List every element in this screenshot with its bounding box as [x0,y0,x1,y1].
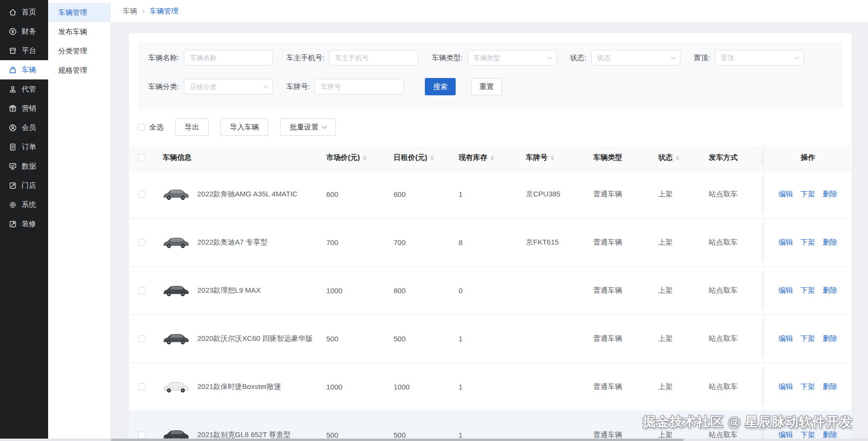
daily-price-cell: 700 [385,219,450,266]
action-delete[interactable]: 删除 [823,334,837,343]
order-icon [8,143,17,152]
action-edit[interactable]: 编辑 [779,190,793,199]
action-delete[interactable]: 删除 [823,238,837,247]
sidebar-item-platform[interactable]: 平台 [0,41,48,60]
sidebar-item-label: 代管 [22,85,36,94]
market-price-cell: 500 [318,315,385,363]
action-unlist[interactable]: 下架 [801,286,815,295]
field-label: 车辆名称: [148,53,179,63]
sidebar-item-decorate[interactable]: 装修 [0,214,48,233]
row-checkbox[interactable] [138,287,145,294]
action-delete[interactable]: 删除 [823,190,837,199]
input-field[interactable] [329,50,418,65]
submenu-item-3[interactable]: 规格管理 [48,61,110,80]
search-button[interactable]: 搜索 [425,78,456,95]
input-field[interactable] [184,50,273,65]
vehicle-name: 2021款保时捷Boxster敞篷 [197,382,281,391]
plate-cell: 京CPU385 [517,170,585,218]
home-icon [8,8,17,17]
action-unlist[interactable]: 下架 [801,382,815,391]
search-field-1-2: 车辆类型: [432,50,556,65]
row-checkbox[interactable] [138,191,145,198]
row-checkbox-cell [129,315,154,363]
sidebar-item-label: 订单 [22,143,36,152]
car-image [161,284,191,298]
select-field[interactable] [468,50,557,65]
column-label: 状态 [658,153,673,162]
input-field[interactable] [315,79,404,94]
select-field[interactable] [184,79,273,94]
horizontal-scrollbar-thumb[interactable] [111,439,684,441]
row-checkbox[interactable] [138,431,145,439]
sort-icon[interactable] [676,154,679,162]
row-checkbox[interactable] [138,239,145,246]
vehicle-info-cell: 2021款保时捷Boxster敞篷 [154,363,318,411]
field-label: 状态: [570,53,587,63]
horizontal-scrollbar[interactable] [0,439,868,441]
plate-cell [517,315,585,363]
car-image [161,235,191,250]
select-all[interactable]: 全选 [138,123,164,132]
column-label: 市场价(元) [326,153,360,162]
market-price-cell: 600 [318,170,385,218]
sidebar-item-label: 装修 [22,220,36,229]
sort-icon[interactable] [550,154,554,162]
sidebar-item-agent[interactable]: 代管 [0,79,48,99]
action-unlist[interactable]: 下架 [801,334,815,343]
sidebar-item-marketing[interactable]: 营销 [0,99,48,118]
export-button[interactable]: 导出 [175,118,209,136]
daily-price-cell: 800 [385,267,450,314]
sidebar-item-order[interactable]: 订单 [0,137,48,156]
action-delete[interactable]: 删除 [823,382,837,391]
stock-cell: 1 [450,363,517,411]
reset-button[interactable]: 重置 [471,78,502,95]
column-header-6: 状态 [650,145,700,170]
sidebar-item-system[interactable]: 系统 [0,195,48,214]
submenu-item-1[interactable]: 发布车辆 [48,22,110,41]
action-delete[interactable]: 删除 [823,286,837,295]
sort-icon[interactable] [490,154,494,162]
market-price-cell: 1000 [318,363,385,411]
sidebar-item-finance[interactable]: 财务 [0,22,48,41]
search-field-1-3: 状态: [570,50,680,65]
data-icon [8,162,17,171]
stock-cell: 0 [450,267,517,314]
vehicle-info-cell: 2020款沃尔沃XC60 四驱智远豪华版 [154,315,318,363]
search-row-1: 车辆名称:车主手机号:车辆类型:状态:置顶: [148,50,832,65]
action-edit[interactable]: 编辑 [779,286,793,295]
submenu-item-0[interactable]: 车辆管理 [48,3,110,22]
sidebar-item-member[interactable]: 会员 [0,118,48,137]
action-edit[interactable]: 编辑 [779,238,793,247]
sort-icon[interactable] [363,154,367,162]
action-edit[interactable]: 编辑 [779,334,793,343]
select-all-checkbox[interactable] [138,124,145,131]
row-checkbox[interactable] [138,383,145,390]
header-checkbox[interactable] [138,154,145,161]
sidebar-item-vehicle[interactable]: 车辆 [0,60,48,79]
type-cell: 普通车辆 [585,219,650,266]
action-unlist[interactable]: 下架 [801,190,815,199]
vehicle-name: 2022款奥迪A7 专享型 [197,238,268,247]
submenu-item-2[interactable]: 分类管理 [48,41,110,61]
breadcrumb-item-0[interactable]: 车辆 [123,7,137,16]
sidebar-item-data[interactable]: 数据 [0,156,48,176]
import-vehicle-button[interactable]: 导入车辆 [220,118,268,136]
sidebar-item-home[interactable]: 首页 [0,2,48,22]
row-checkbox[interactable] [138,335,145,342]
action-edit[interactable]: 编辑 [779,382,793,391]
action-unlist[interactable]: 下架 [801,238,815,247]
market-price-cell: 1000 [318,267,385,314]
sidebar-item-store[interactable]: 门店 [0,176,48,195]
dispatch-cell: 站点取车 [700,315,764,363]
sort-icon[interactable] [430,154,434,162]
select-field[interactable] [715,50,804,65]
plate-cell: 京FKT615 [517,219,585,266]
stock-cell: 1 [450,411,517,441]
breadcrumb-item-1[interactable]: 车辆管理 [150,7,179,16]
status-cell: 上架 [650,267,700,314]
status-cell: 上架 [650,315,700,363]
status-cell: 上架 [650,170,700,218]
select-field[interactable] [591,50,680,65]
batch-settings-button[interactable]: 批量设置 [280,118,336,136]
table-body: 2022款奔驰AMG A35L 4MATIC6006001京CPU385普通车辆… [129,170,852,441]
